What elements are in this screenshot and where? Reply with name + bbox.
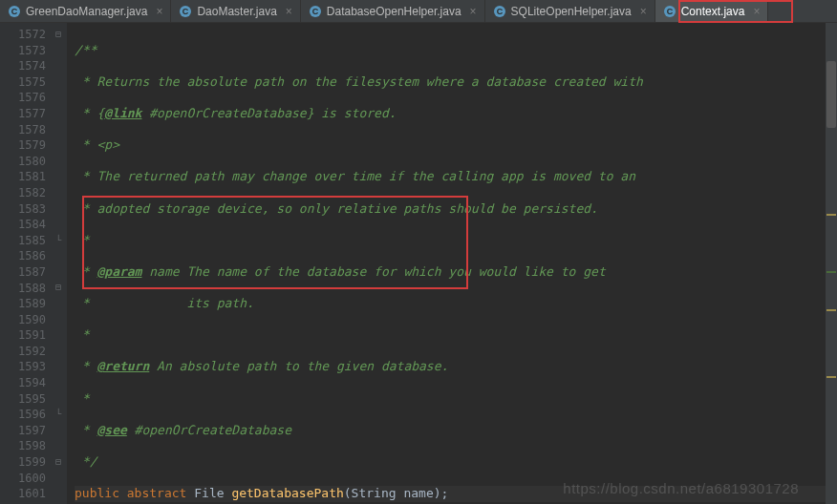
code-text: @param [97, 264, 141, 279]
close-icon[interactable]: × [156, 5, 162, 18]
svg-text:C: C [11, 7, 18, 16]
code-text: * [75, 233, 90, 247]
code-text: @see [97, 423, 126, 437]
close-icon[interactable]: × [286, 5, 292, 18]
fold-toggle-icon[interactable]: ⊟ [55, 280, 61, 296]
tab-label: DatabaseOpenHelper.java [327, 5, 461, 18]
class-icon: C [663, 5, 676, 18]
close-icon[interactable]: × [470, 5, 477, 18]
line-number: 1580 [0, 154, 46, 170]
line-number: 1594 [0, 375, 46, 391]
code-text: File [194, 486, 224, 500]
line-number: 1590 [0, 312, 46, 328]
code-text: * { [75, 106, 104, 120]
line-number: 1572 [0, 27, 46, 43]
code-text: An absolute path to the given database. [149, 359, 448, 373]
tab-label: SQLiteOpenHelper.java [511, 5, 632, 18]
tab-greendaomanager[interactable]: C GreenDaoManager.java × [0, 0, 171, 22]
code-text: (String name); [344, 486, 449, 500]
tab-sqliteopenhelper[interactable]: C SQLiteOpenHelper.java × [485, 0, 655, 22]
fold-column: ⊟ └ ⊟ └ ⊟ [54, 23, 67, 504]
line-number: 1592 [0, 344, 46, 360]
line-number: 1586 [0, 248, 46, 264]
class-icon: C [493, 5, 506, 18]
code-text: */ [75, 454, 97, 469]
code-text: * adopted storage device, so only relati… [75, 201, 598, 216]
tab-databaseopenhelper[interactable]: C DatabaseOpenHelper.java × [301, 0, 485, 22]
vertical-scrollbar[interactable] [826, 23, 837, 504]
code-text: * its path. [75, 296, 254, 310]
code-text: * [75, 391, 90, 406]
close-icon[interactable]: × [640, 5, 647, 18]
fold-toggle-icon[interactable]: ⊟ [55, 454, 61, 471]
svg-text:C: C [496, 7, 503, 16]
line-number: 1591 [0, 327, 46, 344]
line-number: 1601 [0, 486, 46, 502]
line-number: 1596 [0, 407, 46, 423]
tab-context[interactable]: C Context.java × [655, 0, 769, 22]
scroll-marker [826, 309, 836, 311]
close-icon[interactable]: × [753, 5, 760, 18]
svg-text:C: C [312, 7, 319, 16]
line-number-gutter: 1572157315741575157615771578157915801581… [0, 23, 54, 504]
code-area[interactable]: /** * Returns the absolute path on the f… [67, 23, 826, 504]
line-number: 1583 [0, 201, 46, 218]
tab-label: GreenDaoManager.java [26, 5, 147, 18]
fold-end-icon: └ [55, 407, 61, 423]
code-text: #openOrCreateDatabase [127, 423, 291, 437]
code-text: * [75, 327, 90, 342]
svg-text:C: C [666, 7, 673, 16]
line-number: 1577 [0, 106, 46, 122]
line-number: 1573 [0, 43, 46, 59]
line-number: 1579 [0, 137, 46, 154]
code-text: #openOrCreateDatabase} is stored. [141, 106, 396, 120]
code-text: name The name of the database for which … [141, 264, 605, 279]
fold-end-icon: └ [55, 233, 61, 249]
class-icon: C [179, 5, 192, 18]
editor-pane: 1572157315741575157615771578157915801581… [0, 23, 837, 504]
scroll-thumb[interactable] [826, 61, 836, 128]
code-text: @link [104, 106, 141, 120]
code-text: abstract [127, 486, 187, 500]
line-number: 1593 [0, 359, 46, 375]
fold-toggle-icon[interactable]: ⊟ [55, 27, 61, 43]
scroll-marker [826, 271, 836, 273]
line-number: 1597 [0, 423, 46, 439]
code-text: public [75, 486, 119, 500]
scroll-marker [826, 214, 836, 216]
scroll-marker [826, 376, 836, 378]
line-number: 1581 [0, 169, 46, 185]
line-number: 1585 [0, 233, 46, 249]
code-text: * [75, 264, 97, 279]
line-number: 1582 [0, 185, 46, 201]
class-icon: C [8, 5, 21, 18]
code-text: * <p> [75, 137, 119, 152]
code-text: @return [97, 359, 149, 373]
code-text: getDatabasePath [231, 486, 343, 500]
tab-label: Context.java [681, 5, 745, 18]
line-number: 1600 [0, 471, 46, 487]
line-number: 1584 [0, 217, 46, 233]
tab-label: DaoMaster.java [197, 5, 276, 18]
code-text: /** [75, 43, 97, 57]
code-text: * [75, 359, 97, 373]
editor-tabs: C GreenDaoManager.java × C DaoMaster.jav… [0, 0, 837, 23]
line-number: 1578 [0, 122, 46, 138]
line-number: 1587 [0, 264, 46, 281]
line-number: 1574 [0, 58, 46, 74]
class-icon: C [309, 5, 322, 18]
svg-text:C: C [182, 7, 189, 16]
line-number: 1588 [0, 281, 46, 297]
tab-daomaster[interactable]: C DaoMaster.java × [171, 0, 300, 22]
code-text: * The returned path may change over time… [75, 169, 635, 183]
line-number: 1589 [0, 296, 46, 312]
line-number: 1598 [0, 438, 46, 454]
code-text: * Returns the absolute path on the files… [75, 74, 643, 89]
line-number: 1595 [0, 391, 46, 408]
line-number: 1599 [0, 454, 46, 471]
line-number: 1575 [0, 74, 46, 91]
line-number: 1576 [0, 90, 46, 106]
code-text: * [75, 423, 97, 437]
